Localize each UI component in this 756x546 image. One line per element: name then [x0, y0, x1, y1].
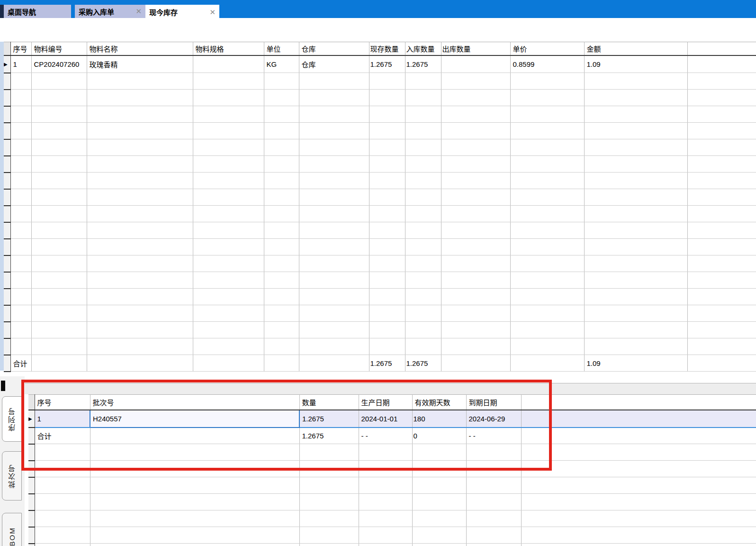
grid-empty-row[interactable]	[4, 322, 756, 338]
row-selector-cell	[4, 139, 10, 156]
tab-current-inventory[interactable]: 现今库存 ✕	[145, 5, 219, 19]
cell-prod-date[interactable]: 2024-01-01	[359, 410, 412, 428]
row-selector-cell: ▶	[28, 410, 35, 428]
grid-empty-row[interactable]	[4, 206, 756, 222]
row-selector-cell	[4, 289, 10, 305]
cell-qty[interactable]: 1.2675	[299, 410, 359, 428]
grid-empty-row[interactable]	[4, 139, 756, 156]
cell-qty-out[interactable]	[441, 55, 510, 73]
grid-empty-row[interactable]	[4, 255, 756, 272]
col-header-valid-days: 有效期天数	[412, 395, 466, 410]
row-selector-cell	[28, 510, 35, 527]
col-header-seq: 序号	[10, 42, 31, 55]
row-selector-cell	[28, 494, 35, 510]
tab-label: 桌面导航	[8, 7, 36, 17]
grid-empty-row[interactable]	[4, 123, 756, 139]
row-selector-cell	[4, 106, 10, 123]
grid-empty-row[interactable]	[28, 461, 756, 477]
row-selector-cell	[4, 338, 10, 355]
batch-no-cell-editor[interactable]: H240557	[90, 410, 299, 428]
grid-empty-row[interactable]	[28, 494, 756, 510]
row-selector-cell	[28, 477, 35, 494]
col-header-amount: 金额	[584, 42, 687, 55]
cell-code[interactable]: CP202407260	[31, 55, 87, 73]
cell-unit-price[interactable]: 0.8599	[510, 55, 584, 73]
total-expiry-date: - -	[466, 428, 521, 444]
inventory-row[interactable]: ▶ 1 CP202407260 玫瑰香精 KG 仓库 1.2675 1.2675…	[4, 55, 756, 73]
grid-empty-row[interactable]	[4, 189, 756, 206]
col-header-warehouse: 仓库	[299, 42, 369, 55]
grid-empty-row[interactable]	[4, 289, 756, 305]
cell-warehouse[interactable]: 仓库	[299, 55, 369, 73]
grid-empty-row[interactable]	[4, 173, 756, 189]
row-selector-cell	[4, 322, 10, 338]
row-selector-cell	[4, 222, 10, 239]
row-selector-cell	[4, 173, 10, 189]
cell-spec[interactable]	[193, 55, 264, 73]
col-header-spec: 物料规格	[193, 42, 264, 55]
row-selector-cell	[4, 90, 10, 106]
grid-empty-row[interactable]	[4, 156, 756, 173]
tabbar-left-edge	[0, 5, 4, 18]
cell-expiry-date[interactable]: 2024-06-29	[466, 410, 521, 428]
tab-desktop-nav[interactable]: 桌面导航	[4, 5, 71, 18]
splitter-handle[interactable]	[1, 381, 5, 391]
col-header-unit: 单位	[264, 42, 299, 55]
tab-purchase-receipt[interactable]: 采购入库单 ✕	[75, 5, 145, 18]
grid-empty-row[interactable]	[4, 239, 756, 255]
batch-row[interactable]: ▶ 1 H240557 1.2675 2024-01-01 180 2024-0…	[28, 410, 756, 428]
total-qty: 1.2675	[299, 428, 359, 444]
row-selector-cell	[4, 239, 10, 255]
side-tab-serial-number[interactable]: 序列号	[2, 396, 22, 442]
cell-seq[interactable]: 1	[10, 55, 31, 73]
row-selector-cell	[4, 355, 10, 372]
cell-name[interactable]: 玫瑰香精	[87, 55, 193, 73]
row-selector-cell	[4, 73, 10, 90]
tab-label: 现今库存	[149, 7, 178, 17]
batch-detail-grid: 序号 批次号 数量 生产日期 有效期天数 到期日期 ▶ 1 H240557 1.…	[28, 394, 756, 546]
row-selector-cell	[28, 444, 35, 461]
col-header-code: 物料编号	[31, 42, 87, 55]
side-tab-label: 批次号	[7, 464, 17, 488]
col-header-expiry-date: 到期日期	[466, 395, 521, 410]
cell-unit[interactable]: KG	[264, 55, 299, 73]
total-label: 合计	[35, 428, 90, 444]
row-selector-cell	[28, 544, 35, 546]
grid-empty-row[interactable]	[28, 510, 756, 527]
cell-seq[interactable]: 1	[35, 410, 90, 428]
cell-qty-on-hand[interactable]: 1.2675	[369, 55, 405, 73]
grid-empty-row[interactable]	[28, 477, 756, 494]
col-header-batch-no: 批次号	[90, 395, 299, 410]
row-selector-cell	[28, 428, 35, 444]
grid-empty-row[interactable]	[28, 444, 756, 461]
close-tab-icon[interactable]: ✕	[203, 8, 216, 17]
col-header-seq: 序号	[35, 395, 90, 410]
row-selector-cell	[4, 206, 10, 222]
cell-valid-days[interactable]: 180	[412, 410, 466, 428]
cell-amount[interactable]: 1.09	[584, 55, 687, 73]
row-selector-cell	[4, 156, 10, 173]
tab-label: 采购入库单	[79, 7, 114, 17]
close-tab-icon[interactable]: ✕	[129, 7, 142, 16]
cell-qty-in[interactable]: 1.2675	[405, 55, 441, 73]
grid-empty-row[interactable]	[4, 305, 756, 322]
grid-empty-row[interactable]	[4, 338, 756, 355]
grid-empty-row[interactable]	[4, 90, 756, 106]
grid-empty-row[interactable]	[4, 73, 756, 90]
grid-empty-row[interactable]	[28, 527, 756, 544]
total-amount: 1.09	[584, 355, 687, 372]
side-tab-label: 序列号	[7, 407, 17, 431]
batch-header-row: 序号 批次号 数量 生产日期 有效期天数 到期日期	[28, 395, 756, 410]
grid-empty-row[interactable]	[4, 222, 756, 239]
side-tab-batch-number[interactable]: 批次号	[2, 451, 22, 500]
row-selector-cell	[28, 527, 35, 544]
grid-empty-row[interactable]	[4, 106, 756, 123]
row-selector-cell	[4, 189, 10, 206]
grid-empty-row[interactable]	[4, 272, 756, 289]
side-tab-bom[interactable]: BOM	[2, 513, 22, 546]
total-qty-in: 1.2675	[405, 355, 441, 372]
row-selector-header	[4, 42, 10, 55]
left-edge-strip	[0, 42, 4, 371]
row-selector-cell	[28, 461, 35, 477]
grid-empty-row[interactable]	[28, 544, 756, 546]
